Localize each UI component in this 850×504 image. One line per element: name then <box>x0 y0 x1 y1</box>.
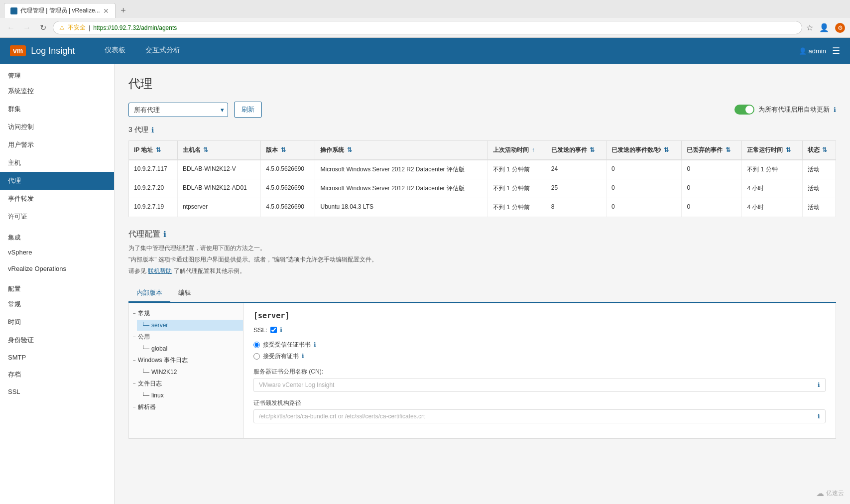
radio-all-cert[interactable]: 接受所有证书 ℹ <box>253 352 826 361</box>
tree-item-server[interactable]: └─ server <box>137 320 243 331</box>
main-nav: 仪表板 交互式分析 <box>95 38 798 64</box>
tab-title: 代理管理 | 管理员 | vRealize... <box>20 6 100 15</box>
all-cert-info-icon[interactable]: ℹ <box>302 353 304 360</box>
cell-dropped-0: 0 <box>682 160 742 179</box>
sidebar-item-time[interactable]: 时间 <box>0 313 114 331</box>
cell-version-1: 4.5.0.5626690 <box>261 179 315 198</box>
config-desc-2: "内部版本" 选项卡通过图形用户界面提供提示。或者，"编辑"选项卡允许您手动编辑… <box>128 255 836 264</box>
header-right: 👤 admin ☰ <box>799 45 840 56</box>
menu-icon[interactable]: ☰ <box>832 45 840 56</box>
filter-select-wrapper: 所有代理 <box>128 103 228 117</box>
app-title: Log Insight <box>31 46 75 56</box>
tree-group-general[interactable]: − 常规 <box>129 307 243 320</box>
agent-count-info-icon[interactable]: ℹ <box>151 126 154 134</box>
sidebar-section-title-integration: 集成 <box>0 226 114 244</box>
table-row[interactable]: 10.9.2.7.20 BDLAB-WIN2K12-AD01 4.5.0.562… <box>129 179 836 198</box>
sidebar-item-user-alerts[interactable]: 用户警示 <box>0 136 114 154</box>
col-events-sent[interactable]: 已发送的事件 ⇅ <box>546 141 606 160</box>
sidebar-item-authentication[interactable]: 身份验证 <box>0 331 114 349</box>
sidebar-item-hosts[interactable]: 主机 <box>0 154 114 172</box>
col-version[interactable]: 版本 ⇅ <box>261 141 315 160</box>
cn-label: 服务器证书公用名称 (CN): <box>253 368 826 376</box>
config-desc-3: 请参见 联机帮助 了解代理配置和其他示例。 <box>128 266 836 276</box>
nav-refresh-button[interactable]: ↻ <box>37 23 49 32</box>
agents-table: IP 地址 ⇅ 主机名 ⇅ 版本 ⇅ 操作系统 ⇅ <box>128 140 836 217</box>
col-last-active[interactable]: 上次活动时间 ↑ <box>488 141 546 160</box>
new-tab-button[interactable]: + <box>118 4 129 16</box>
tree-group-windows-event[interactable]: − Windows 事件日志 <box>129 354 243 367</box>
col-hostname[interactable]: 主机名 ⇅ <box>178 141 261 160</box>
nav-dashboard[interactable]: 仪表板 <box>95 38 135 64</box>
ca-input[interactable]: /etc/pki/tls/certs/ca-bundle.crt or /etc… <box>253 409 826 423</box>
cell-uptime-2: 4 小时 <box>742 198 802 217</box>
sidebar-item-system-monitor[interactable]: 系统监控 <box>0 82 114 100</box>
watermark: ☁ 亿速云 <box>816 489 844 498</box>
ssl-checkbox[interactable] <box>270 327 277 333</box>
tab-close-button[interactable]: ✕ <box>103 7 109 15</box>
sidebar-item-agents[interactable]: 代理 <box>0 172 114 190</box>
cell-eventssent-2: 8 <box>546 198 606 217</box>
refresh-button[interactable]: 刷新 <box>234 102 262 118</box>
radio-trusted-cert[interactable]: 接受受信任证书书 ℹ <box>253 341 826 349</box>
col-uptime[interactable]: 正常运行时间 ⇅ <box>742 141 802 160</box>
nav-back-button[interactable]: ← <box>5 23 17 32</box>
radio-all-cert-input[interactable] <box>253 353 260 360</box>
trusted-cert-info-icon[interactable]: ℹ <box>314 341 316 348</box>
tree-group-common[interactable]: − 公用 <box>129 331 243 343</box>
address-input[interactable]: ⚠ 不安全 | https://10.92.7.32/admin/agents <box>53 21 802 34</box>
cn-info-icon[interactable]: ℹ <box>818 381 820 388</box>
cn-input[interactable]: VMware vCenter Log Insight ℹ <box>253 378 826 392</box>
col-ip[interactable]: IP 地址 ⇅ <box>129 141 178 160</box>
sidebar-item-archive[interactable]: 存档 <box>0 366 114 383</box>
nav-interactive-analysis[interactable]: 交互式分析 <box>135 38 190 64</box>
col-os[interactable]: 操作系统 ⇅ <box>315 141 488 160</box>
ssl-info-icon[interactable]: ℹ <box>280 326 282 334</box>
agent-filter-select[interactable]: 所有代理 <box>128 103 228 117</box>
ca-info-icon[interactable]: ℹ <box>818 413 820 420</box>
col-status[interactable]: 状态 ⇅ <box>802 141 836 160</box>
tab-edit[interactable]: 编辑 <box>170 284 199 303</box>
extension-icon[interactable]: ⚙ <box>835 23 845 33</box>
sidebar: 管理 系统监控 群集 访问控制 用户警示 主机 代理 事件转发 许可证 集成 v… <box>0 64 115 504</box>
sidebar-item-license[interactable]: 许可证 <box>0 208 114 226</box>
nav-forward-button[interactable]: → <box>21 23 33 32</box>
tree-toggle-parser: − <box>133 404 136 410</box>
table-row[interactable]: 10.9.2.7.117 BDLAB-WIN2K12-V 4.5.0.56266… <box>129 160 836 179</box>
cell-eventssent-1: 25 <box>546 179 606 198</box>
bookmark-icon[interactable]: ☆ <box>806 23 813 32</box>
sidebar-item-general[interactable]: 常规 <box>0 295 114 313</box>
auto-update-switch[interactable] <box>734 105 754 115</box>
tree-toggle-file-log: − <box>133 381 136 386</box>
sidebar-item-event-forwarding[interactable]: 事件转发 <box>0 190 114 208</box>
sidebar-item-vsphere[interactable]: vSphere <box>0 244 114 260</box>
tab-internal-version[interactable]: 内部版本 <box>128 284 170 303</box>
tree-item-win2k12[interactable]: └─ WIN2K12 <box>137 367 243 378</box>
tree-item-linux[interactable]: └─ linux <box>137 390 243 401</box>
auto-update-info-icon[interactable]: ℹ <box>834 106 836 114</box>
sidebar-item-ssl[interactable]: SSL <box>0 383 114 400</box>
sidebar-item-smtp[interactable]: SMTP <box>0 349 114 366</box>
tree-group-file-log[interactable]: − 文件日志 <box>129 378 243 390</box>
sidebar-item-vrealize-operations[interactable]: vRealize Operations <box>0 260 114 277</box>
browser-tab[interactable]: 代理管理 | 管理员 | vRealize... ✕ <box>4 3 116 18</box>
sidebar-item-cluster[interactable]: 群集 <box>0 100 114 118</box>
security-icon: ⚠ <box>59 24 65 31</box>
table-row[interactable]: 10.9.2.7.19 ntpserver 4.5.0.5626690 Ubun… <box>129 198 836 217</box>
tree-toggle-general: − <box>133 311 136 316</box>
sidebar-item-access-control[interactable]: 访问控制 <box>0 118 114 136</box>
config-help-link[interactable]: 联机帮助 <box>148 267 172 274</box>
tree-item-global[interactable]: └─ global <box>137 343 243 354</box>
tree-group-parser[interactable]: − 解析器 <box>129 401 243 413</box>
col-events-per-sec[interactable]: 已发送的事件数/秒 ⇅ <box>606 141 682 160</box>
cell-lastactive-0: 不到 1 分钟前 <box>488 160 546 179</box>
ca-field: 证书颁发机构路径 /etc/pki/tls/certs/ca-bundle.cr… <box>253 399 826 423</box>
config-info-icon[interactable]: ℹ <box>163 230 166 239</box>
tree-indent-file-log: └─ linux <box>137 390 243 401</box>
cell-eventspersec-2: 0 <box>606 198 682 217</box>
cell-os-2: Ubuntu 18.04.3 LTS <box>315 198 488 217</box>
radio-trusted-cert-input[interactable] <box>253 342 260 348</box>
cell-uptime-1: 4 小时 <box>742 179 802 198</box>
tree-indent-general: └─ server <box>137 320 243 331</box>
profile-icon[interactable]: 👤 <box>819 23 829 32</box>
col-dropped[interactable]: 已丢弃的事件 ⇅ <box>682 141 742 160</box>
